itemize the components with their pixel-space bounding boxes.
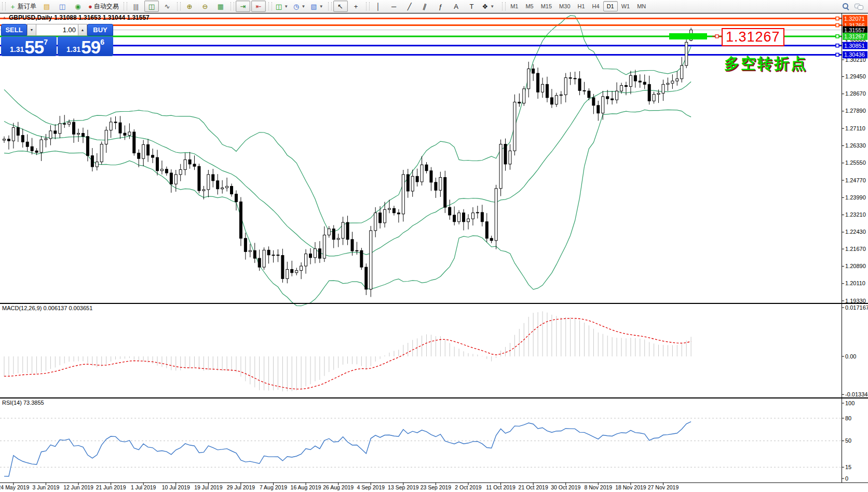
bar-chart-button[interactable]: |||	[129, 1, 143, 12]
text-button[interactable]: A	[449, 1, 464, 12]
date-label: 24 May 2019	[0, 484, 29, 490]
price-callout-box[interactable]: 1.31267	[722, 28, 784, 46]
fibonacci-button[interactable]: ƒ	[433, 1, 448, 12]
price-axis-layer: 1.317701.309901.302101.294501.286701.278…	[842, 15, 867, 304]
highlight-bar[interactable]	[669, 33, 707, 39]
symbol-label: GBPUSD,Daily	[9, 14, 52, 21]
line-chart-button[interactable]: ∿	[160, 1, 174, 12]
new-chart-dropdown[interactable]: ◫▼	[274, 1, 290, 12]
date-label: 18 Nov 2019	[615, 484, 646, 490]
one-click-trading-panel: SELL ▼ ▲ BUY 1.31 55 7 1.31 59 6	[1, 24, 113, 56]
toolbar-separator	[366, 2, 370, 10]
timeframe-w1[interactable]: W1	[618, 1, 634, 11]
volume-increase-button[interactable]: ▲	[78, 24, 87, 36]
price-tick-label: 1.29450	[845, 73, 866, 79]
timeframe-h1[interactable]: H1	[574, 1, 589, 11]
level-price-label: 1.32071	[844, 16, 865, 22]
templates-dropdown[interactable]: ▧▼	[308, 1, 325, 12]
cursor-button[interactable]: ↖	[333, 1, 348, 12]
tile-windows-icon: ▦	[218, 3, 224, 10]
date-label: 7 Aug 2019	[260, 484, 287, 490]
zoom-in-button[interactable]: ⊕	[182, 1, 197, 12]
autotrading-button[interactable]: ●自动交易	[86, 1, 121, 12]
price-tick-label: 1.26330	[845, 142, 866, 149]
date-label: 19 Jul 2019	[194, 484, 222, 490]
autotrading-button-label: 自动交易	[94, 2, 119, 11]
date-label: 3 Jun 2019	[32, 484, 59, 490]
sell-price-small: 1.31	[10, 45, 24, 54]
equidistant-channel-icon: ∥	[422, 3, 427, 10]
chart-window-icon[interactable]: ◫	[55, 1, 70, 12]
price-tick-label: 1.22430	[845, 229, 866, 235]
tile-windows-button[interactable]: ▦	[213, 1, 228, 12]
sell-price-box[interactable]: 1.31 55 7	[1, 36, 57, 56]
buy-button[interactable]: BUY	[87, 24, 113, 36]
macd-signal-line	[4, 318, 691, 389]
fibonacci-icon: ƒ	[439, 3, 442, 10]
buy-price-box[interactable]: 1.31 59 6	[58, 36, 113, 56]
periods-dropdown[interactable]: ◷▼	[291, 1, 307, 12]
timeframe-m1[interactable]: M1	[507, 1, 522, 11]
date-label: 4 Sep 2019	[357, 484, 385, 490]
trendline-button[interactable]: ╱	[402, 1, 417, 12]
rsi-pane-label: RSI(14) 73.3855	[2, 400, 44, 406]
history-book-icon-icon: ▤	[44, 3, 50, 10]
new-chart-icon: ◫	[276, 3, 282, 10]
date-label: 21 Oct 2019	[519, 484, 548, 490]
timeframe-m5[interactable]: M5	[522, 1, 537, 11]
date-label: 11 Oct 2019	[486, 484, 516, 490]
label-button[interactable]: T	[465, 1, 479, 12]
macd-layer: MACD(12,26,9) 0.006137 0.0036510.0171670…	[2, 304, 868, 397]
buy-price-sup: 6	[100, 38, 104, 46]
auto-scroll-button[interactable]: ⇥	[236, 1, 250, 12]
annotation-objects-layer	[669, 33, 722, 39]
timeframe-h4[interactable]: H4	[589, 1, 603, 11]
date-label: 23 Sep 2019	[421, 484, 452, 490]
crosshair-button[interactable]: +	[349, 1, 363, 12]
equidistant-channel-button[interactable]: ∥	[418, 1, 432, 12]
chevron-down-icon: ▼	[490, 4, 494, 9]
zoom-in-icon: ⊕	[186, 3, 192, 10]
timeframe-mn[interactable]: MN	[633, 1, 649, 11]
price-tick-label: 1.20110	[845, 280, 865, 286]
macd-axis-label: -0.013348	[845, 391, 868, 397]
date-label: 13 Sep 2019	[388, 484, 419, 490]
timeframe-d1[interactable]: D1	[603, 1, 618, 11]
price-tick-label: 1.19330	[845, 298, 866, 304]
signal-icon[interactable]: ◉	[71, 1, 85, 12]
price-tick-label: 1.21670	[845, 246, 866, 252]
date-label: 1 Jul 2019	[131, 484, 156, 490]
horizontal-line-icon: ─	[391, 3, 396, 10]
timeframe-m15[interactable]: M15	[537, 1, 555, 11]
price-tick-label: 1.23210	[845, 211, 866, 218]
history-book-icon[interactable]: ▤	[39, 1, 54, 12]
label-icon: T	[470, 3, 474, 10]
search-icon[interactable]	[842, 3, 849, 10]
toolbar-separator	[177, 2, 181, 10]
price-tick-label: 1.28670	[845, 90, 866, 97]
turning-point-annotation[interactable]: 多空转折点	[724, 54, 807, 74]
zoom-out-button[interactable]: ⊖	[198, 1, 212, 12]
volume-input[interactable]	[36, 24, 78, 36]
new-order-button[interactable]: ＋新订单	[7, 1, 38, 12]
timeframe-m30[interactable]: M30	[555, 1, 574, 11]
ohlc-values: 1.31088 1.31653 1.31044 1.31557	[54, 14, 150, 21]
horizontal-line-button[interactable]: ─	[387, 1, 401, 12]
symbol-icon: ▲	[2, 15, 7, 20]
chat-icon[interactable]	[855, 3, 863, 10]
toolbar-separator	[328, 2, 332, 10]
volume-decrease-button[interactable]: ▼	[27, 24, 36, 36]
level-price-label: 1.31267	[844, 33, 865, 39]
level-price-label: 1.31557	[844, 27, 865, 33]
chart-shift-button[interactable]: ⇤	[251, 1, 266, 12]
toolbar-separator	[268, 2, 272, 10]
line-chart-icon: ∿	[164, 3, 170, 10]
sell-button[interactable]: SELL	[1, 24, 27, 36]
vertical-line-button[interactable]: │	[371, 1, 386, 12]
rsi-axis-label: 80	[845, 415, 851, 421]
arrows-dropdown[interactable]: ❖▼	[480, 1, 497, 12]
signal-icon-icon: ◉	[75, 3, 80, 10]
candlestick-chart-button[interactable]: ◫	[144, 1, 159, 12]
chart-shift-icon: ⇤	[255, 3, 261, 10]
auto-scroll-icon: ⇥	[240, 3, 246, 10]
